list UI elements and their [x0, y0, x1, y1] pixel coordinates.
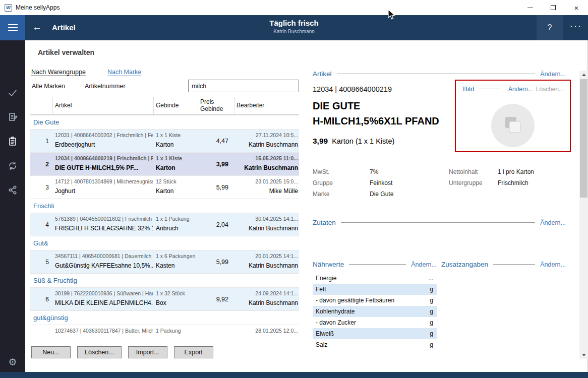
tab-nach-warengruppe[interactable]: Nach Warengruppe — [31, 69, 86, 76]
section-zutaten: Zutaten Ändern... — [313, 219, 566, 226]
scrollbar-thumb[interactable] — [580, 79, 587, 198]
article-cell: 10274637 | 4036300117847 | Butter, Milch… — [53, 325, 154, 343]
nutrition-unit: g — [430, 341, 433, 348]
editor-name: Katrin Buschmann — [234, 299, 298, 306]
delete-button[interactable]: Löschen... — [77, 346, 122, 358]
gebinde-cell: 1 x 1 KisteKarton — [154, 130, 198, 152]
scroll-down-button[interactable] — [579, 351, 588, 359]
col-preis-gebinde[interactable]: Preis Gebinde — [198, 97, 234, 114]
bild-aendern-link[interactable]: Ändern... — [508, 86, 533, 93]
nutrition-row[interactable]: Salzg — [313, 339, 437, 350]
warengruppe-header[interactable]: Gut& — [30, 236, 299, 250]
warengruppe-header[interactable]: gut&günstig — [30, 310, 299, 325]
maximize-button[interactable] — [542, 0, 565, 15]
more-button[interactable]: ··· — [570, 21, 582, 31]
article-row[interactable]: 45761389 | 04045500011602 | Frischmilch … — [30, 213, 299, 236]
col-artikel[interactable]: Artikel — [53, 97, 154, 114]
price-cell — [198, 325, 234, 343]
window-title: Meine sellyApps — [16, 4, 60, 11]
article-row[interactable]: 314712 | 4007801304869 | Milcherzeugniss… — [30, 175, 299, 199]
gebinde-cell: 1 x 6 PackungenKasten — [154, 250, 198, 273]
articles-clipboard-icon[interactable] — [7, 135, 19, 147]
tasks-check-icon[interactable] — [7, 87, 19, 99]
tab-nach-marke[interactable]: Nach Marke — [107, 69, 141, 76]
gebinde-top: 12 Stück — [156, 178, 197, 184]
sync-icon[interactable] — [7, 160, 19, 172]
back-button[interactable]: ← — [32, 22, 42, 33]
search-input[interactable] — [188, 80, 299, 92]
nutrition-name: Kohlenhydrate — [316, 308, 355, 315]
warengruppe-header[interactable]: Die Gute — [30, 115, 299, 129]
app-header: ← Artikel Täglich frisch Katrin Buschman… — [0, 15, 588, 40]
row-number: 3 — [30, 176, 53, 199]
scroll-up-button[interactable] — [579, 71, 588, 79]
gruppe-value: Feinkost — [370, 177, 449, 188]
section-rule — [341, 222, 535, 223]
article-meta: 30199 | 7622200010936 | Süßwaren | Haup.… — [55, 290, 153, 296]
price-cell: 2,04 — [198, 213, 234, 236]
warengruppe-header[interactable]: Frischli — [30, 199, 299, 213]
article-meta: 10274637 | 4036300117847 | Butter, Milch… — [55, 328, 153, 334]
import-button[interactable]: Import... — [128, 346, 167, 358]
artikel-aendern-link[interactable]: Ändern... — [540, 71, 566, 78]
brand-filter-dropdown[interactable]: Alle Marken — [32, 83, 65, 90]
arrow-down-icon — [582, 354, 586, 356]
nutrition-row[interactable]: - davon gesättigte Fettsäureng — [313, 295, 437, 306]
help-button[interactable]: ? — [537, 15, 563, 40]
editor-name: Katrin Buschmann — [234, 141, 298, 148]
settings-gear-icon[interactable]: ⚙ — [0, 356, 25, 368]
list-tabs: Nach Warengruppe Nach Marke — [31, 69, 141, 76]
article-row[interactable]: 112031 | 4008664000202 | Frischmilch | F… — [30, 129, 299, 152]
section-rule — [349, 264, 406, 265]
page-subtitle: Artikel verwalten — [38, 48, 94, 56]
col-gebinde[interactable]: Gebinde — [154, 97, 198, 114]
edit-date: 20.01.2025 14:1... — [234, 253, 298, 259]
article-row[interactable]: 212034 | 4008664000219 | Frischmilch | F… — [30, 152, 299, 175]
nutrition-row[interactable]: Eiweißg — [313, 328, 437, 339]
footer-strip — [0, 372, 588, 378]
nutrition-row[interactable]: Kohlenhydrateg — [313, 306, 437, 317]
minimize-button[interactable] — [518, 0, 542, 15]
nutrition-row[interactable]: Fettg — [313, 284, 437, 295]
row-number: 2 — [30, 153, 53, 175]
app-logo-letter: W — [6, 5, 11, 10]
bearbeiter-cell: 28.01.2025 12:0... — [234, 325, 299, 343]
detail-scrollbar[interactable] — [579, 71, 588, 359]
mwst-label: MwSt. — [313, 166, 370, 177]
gebinde-bottom: Karton — [156, 164, 197, 171]
gebinde-cell: 1 x 1 PackungAnbruch — [154, 213, 198, 236]
section-rule — [337, 74, 536, 74]
nutrition-row[interactable]: Energie... — [313, 273, 437, 284]
nutrition-unit: ... — [428, 275, 433, 282]
bearbeiter-cell: 15.05.2025 11:0...Katrin Buschmann — [234, 153, 299, 175]
minimize-icon — [527, 8, 533, 8]
export-button[interactable]: Export — [174, 346, 213, 358]
orders-document-icon[interactable] — [7, 111, 19, 123]
bearbeiter-cell: 27.11.2024 10:5...Katrin Buschmann — [234, 130, 299, 152]
image-placeholder[interactable] — [491, 104, 535, 147]
article-row[interactable]: 10274637 | 4036300117847 | Butter, Milch… — [30, 325, 299, 343]
article-row[interactable]: 630199 | 7622200010936 | Süßwaren | Haup… — [30, 287, 299, 310]
naehrwerte-aendern-link[interactable]: Ändern... — [411, 261, 437, 268]
menu-button[interactable] — [0, 15, 25, 40]
price-cell: 5,99 — [198, 176, 234, 199]
gebinde-cell: 12 StückKarton — [154, 176, 198, 199]
warengruppe-header[interactable]: Süß & Fruchtig — [30, 273, 299, 287]
untergruppe-value: Frischmilch — [498, 177, 566, 188]
col-bearbeiter[interactable]: Bearbeiter — [234, 97, 299, 114]
article-row[interactable]: 534567111 | 4065400000681 | Dauermilch |… — [30, 250, 299, 273]
section-artikel: Artikel Ändern... — [313, 70, 566, 78]
share-network-icon[interactable] — [7, 184, 19, 196]
article-name: Gut&Günstig KAFFEEsahne 10,5%... — [55, 262, 153, 269]
artikelnummer-label: Artikelnummer — [85, 83, 126, 90]
bild-rule — [479, 89, 501, 89]
nutrition-row[interactable]: - davon Zuckerg — [313, 317, 437, 328]
close-button[interactable]: × — [565, 0, 588, 15]
bild-loeschen-link[interactable]: Löschen... — [536, 86, 564, 93]
row-number: 5 — [30, 250, 53, 273]
zutaten-aendern-link[interactable]: Ändern... — [540, 219, 566, 226]
new-button[interactable]: Neu... — [31, 346, 71, 358]
edit-date: 15.05.2025 11:0... — [234, 155, 298, 161]
zusatzangaben-aendern-link[interactable]: Ändern... — [540, 261, 566, 268]
titlebar: W Meine sellyApps × — [0, 0, 588, 15]
